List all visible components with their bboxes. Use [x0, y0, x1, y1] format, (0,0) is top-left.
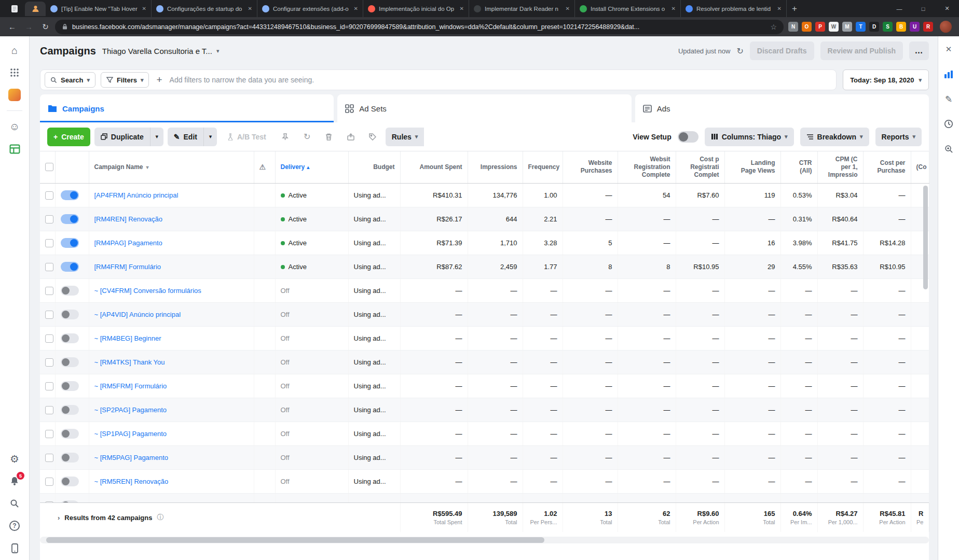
campaign-toggle[interactable]: [61, 500, 79, 502]
search-icon[interactable]: [8, 497, 21, 510]
campaign-toggle[interactable]: [61, 405, 79, 415]
browser-tab[interactable]: Configurar extensões (add-o✕: [257, 0, 363, 17]
browser-tab[interactable]: Implementação inicial do Op✕: [363, 0, 469, 17]
extension-icon[interactable]: U: [910, 22, 920, 32]
row-checkbox[interactable]: [45, 430, 53, 438]
table-row[interactable]: ~ [RM4TKS] Thank You Off Using ad... — —…: [40, 351, 929, 374]
apps-grid-icon[interactable]: [8, 66, 21, 79]
row-checkbox[interactable]: [45, 287, 53, 295]
table-row[interactable]: [AP4FRM] Anúncio principal Active Using …: [40, 184, 929, 207]
tab-close-icon[interactable]: ✕: [777, 6, 782, 11]
pin-button[interactable]: [277, 128, 294, 146]
table-row[interactable]: [RM4FRM] Formulário Active Using ad... R…: [40, 255, 929, 279]
edit-button[interactable]: ✎ Edit: [168, 128, 203, 146]
extension-icon[interactable]: P: [815, 22, 825, 32]
history-button[interactable]: ↻: [298, 128, 316, 146]
browser-tab[interactable]: Configurações de startup do✕: [152, 0, 257, 17]
row-checkbox[interactable]: [45, 478, 53, 486]
select-all-checkbox[interactable]: [45, 163, 53, 171]
horizontal-scrollbar[interactable]: [40, 537, 929, 543]
more-options-button[interactable]: …: [909, 41, 929, 60]
campaign-name-link[interactable]: ~ [RM4TKS] Thank You: [94, 358, 249, 366]
extension-icon[interactable]: T: [856, 22, 866, 32]
column-header-website-registration-complete[interactable]: Websit Registration Complete: [618, 151, 676, 183]
extension-icon[interactable]: W: [829, 22, 839, 32]
campaign-name-link[interactable]: ~ [SP2PAG] Pagamento: [94, 406, 249, 414]
mobile-device-icon[interactable]: [8, 541, 21, 555]
column-header-campaign-name[interactable]: Campaign Name▾: [89, 151, 254, 183]
help-icon[interactable]: ?: [8, 519, 21, 533]
extension-icon[interactable]: O: [802, 22, 812, 32]
campaign-toggle[interactable]: [61, 190, 79, 200]
inspect-icon[interactable]: [942, 142, 955, 156]
column-header-cost-per-purchase[interactable]: Cost per Purchase: [863, 151, 911, 183]
column-header-cut-off[interactable]: (Co: [911, 151, 929, 183]
campaign-name-link[interactable]: ~ [SP1PAG] Pagamento: [94, 430, 249, 438]
campaign-name-link[interactable]: [RM4REN] Renovação: [94, 215, 249, 223]
column-header-frequency[interactable]: Frequency: [523, 151, 563, 183]
edit-pencil-icon[interactable]: ✎: [942, 92, 955, 106]
column-header-select-all[interactable]: [40, 151, 55, 183]
browser-tab[interactable]: Install Chrome Extensions o✕: [575, 0, 681, 17]
browser-profile-avatar[interactable]: [940, 21, 952, 33]
tab-close-icon[interactable]: ✕: [672, 6, 676, 11]
row-checkbox[interactable]: [45, 311, 53, 319]
campaign-toggle[interactable]: [61, 357, 79, 367]
table-row[interactable]: [RM4PAG] Pagamento Active Using ad... R$…: [40, 231, 929, 255]
breakdown-dropdown[interactable]: Breakdown ▾: [800, 128, 869, 146]
campaign-toggle[interactable]: [61, 238, 79, 248]
column-header-cpm[interactable]: CPM (C per 1, Impressio: [817, 151, 863, 183]
campaign-name-link[interactable]: ~ [CV4FRM] Conversão formulários: [94, 287, 249, 295]
table-row[interactable]: ~ [AP4VID] Anúncio principal Off Using a…: [40, 303, 929, 327]
campaign-name-link[interactable]: ~ [RM4SVP] Save Post: [94, 501, 249, 502]
column-header-impressions[interactable]: Impressions: [468, 151, 523, 183]
campaign-toggle[interactable]: [61, 310, 79, 319]
tab-ad-sets[interactable]: Ad Sets: [337, 94, 631, 122]
info-icon[interactable]: ⓘ: [157, 513, 163, 522]
window-close-button[interactable]: ✕: [935, 0, 959, 17]
back-button[interactable]: ←: [5, 20, 19, 34]
table-row[interactable]: ~ [SP1PAG] Pagamento Off Using ad... — —…: [40, 422, 929, 446]
ads-manager-icon[interactable]: [8, 142, 21, 156]
campaign-name-link[interactable]: [AP4FRM] Anúncio principal: [94, 191, 249, 199]
feedback-smiley-icon[interactable]: ☺: [8, 120, 21, 133]
window-minimize-button[interactable]: —: [887, 0, 911, 17]
row-checkbox[interactable]: [45, 263, 53, 271]
row-checkbox[interactable]: [45, 454, 53, 462]
tab-close-icon[interactable]: ✕: [354, 6, 358, 11]
tab-close-icon[interactable]: ✕: [566, 6, 570, 11]
row-checkbox[interactable]: [45, 334, 53, 343]
address-bar[interactable]: business.facebook.com/adsmanager/manage/…: [55, 20, 784, 34]
table-row[interactable]: ~ [RM5PAG] Pagamento Off Using ad... — —…: [40, 446, 929, 470]
campaign-name-link[interactable]: ~ [RM4BEG] Beginner: [94, 334, 249, 342]
filters-dropdown[interactable]: Filters ▾: [101, 72, 149, 88]
edit-caret-button[interactable]: ▾: [203, 128, 217, 146]
column-header-landing-page-views[interactable]: Landing Page Views: [724, 151, 780, 183]
forward-button[interactable]: →: [22, 20, 36, 34]
pinned-tab[interactable]: [4, 2, 25, 16]
table-row[interactable]: ~ [SP2PAG] Pagamento Off Using ad... — —…: [40, 398, 929, 422]
horizontal-scrollbar-thumb[interactable]: [46, 537, 544, 543]
tab-close-icon[interactable]: ✕: [142, 6, 146, 11]
tab-close-icon[interactable]: ✕: [248, 6, 252, 11]
campaign-toggle[interactable]: [61, 333, 79, 343]
export-button[interactable]: [342, 128, 360, 146]
campaign-toggle[interactable]: [61, 453, 79, 463]
new-tab-button[interactable]: +: [787, 1, 802, 17]
notifications-bell-icon[interactable]: 5: [8, 474, 21, 488]
search-dropdown[interactable]: Search ▾: [45, 72, 95, 88]
table-row[interactable]: ~ [RM5REN] Renovação Off Using ad... — —…: [40, 470, 929, 494]
table-row[interactable]: ~ [RM5FRM] Formulário Off Using ad... — …: [40, 374, 929, 398]
chevron-right-icon[interactable]: ›: [58, 514, 60, 522]
browser-tab[interactable]: Implementar Dark Reader n✕: [469, 0, 575, 17]
tab-ads[interactable]: Ads: [635, 94, 929, 122]
reload-button[interactable]: ↻: [38, 20, 52, 34]
account-selector[interactable]: Thiago Varella Consultoria e T... ▾: [102, 47, 220, 55]
row-checkbox[interactable]: [45, 406, 53, 414]
browser-tab[interactable]: Resolver problema de lentid✕: [681, 0, 787, 17]
duplicate-button[interactable]: Duplicate: [94, 128, 150, 146]
campaign-toggle[interactable]: [61, 286, 79, 296]
delete-button[interactable]: [320, 128, 338, 146]
bookmark-star-icon[interactable]: ☆: [770, 23, 777, 31]
ab-test-button[interactable]: A/B Test: [221, 128, 272, 146]
